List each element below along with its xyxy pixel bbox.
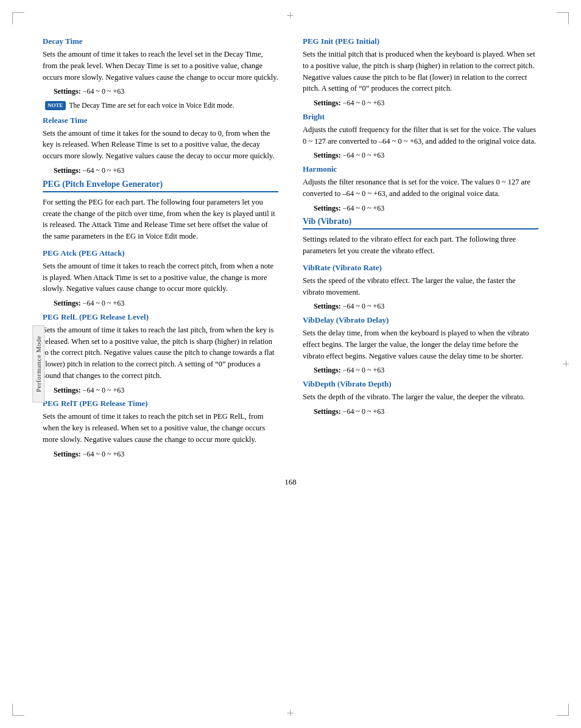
harmonic-body: Adjusts the filter resonance that is set… bbox=[303, 177, 538, 200]
note-icon: NOTE bbox=[45, 101, 66, 110]
left-column: Decay Time Sets the amount of time it ta… bbox=[43, 37, 278, 463]
page-number: 168 bbox=[43, 477, 538, 487]
peg-rell-heading: PEG RelL (PEG Release Level) bbox=[43, 312, 278, 322]
vibdepth-body: Sets the depth of the vibrato. The large… bbox=[303, 391, 538, 403]
section-vibdepth: VibDepth (Vibrato Depth) Sets the depth … bbox=[303, 379, 538, 417]
vibrate-heading: VibRate (Vibrato Rate) bbox=[303, 263, 538, 273]
section-peg-atck: PEG Atck (PEG Attack) Sets the amount of… bbox=[43, 248, 278, 309]
settings-label: Settings: bbox=[314, 151, 341, 159]
corner-bl bbox=[12, 704, 24, 716]
crosshair-right bbox=[563, 364, 569, 365]
section-harmonic: Harmonic Adjusts the filter resonance th… bbox=[303, 164, 538, 217]
right-column: PEG Init (PEG Initial) Sets the initial … bbox=[303, 37, 538, 463]
section-vibdelay: VibDelay (Vibrato Delay) Sets the delay … bbox=[303, 315, 538, 376]
corner-br bbox=[557, 704, 569, 716]
note-text: The Decay Time are set for each voice in… bbox=[69, 100, 234, 111]
vib-group-heading: Vib (Vibrato) bbox=[303, 217, 538, 229]
peg-group: PEG (Pitch Envelope Generator) For setti… bbox=[43, 180, 278, 463]
peg-relt-settings-value: −64 ~ 0 ~ +63 bbox=[83, 450, 125, 458]
vibdepth-settings: Settings: −64 ~ 0 ~ +63 bbox=[314, 407, 538, 417]
settings-label: Settings: bbox=[54, 450, 81, 458]
section-bright: Bright Adjusts the cutoff frequency for … bbox=[303, 112, 538, 164]
settings-label: Settings: bbox=[54, 166, 81, 175]
peg-atck-settings-value: −64 ~ 0 ~ +63 bbox=[83, 299, 125, 307]
section-peg-rell: PEG RelL (PEG Release Level) Sets the am… bbox=[43, 312, 278, 396]
peg-atck-settings: Settings: −64 ~ 0 ~ +63 bbox=[54, 298, 278, 309]
settings-label: Settings: bbox=[54, 87, 81, 96]
page: Performance Mode Decay Time Sets the amo… bbox=[0, 0, 581, 728]
peg-rell-settings-value: −64 ~ 0 ~ +63 bbox=[83, 386, 125, 394]
peg-group-heading: PEG (Pitch Envelope Generator) bbox=[43, 180, 278, 192]
peg-relt-body: Sets the amount of time it takes to reac… bbox=[43, 411, 278, 445]
release-time-settings: Settings: −64 ~ 0 ~ +63 bbox=[54, 166, 278, 176]
peg-atck-body: Sets the amount of time it takes to reac… bbox=[43, 261, 278, 295]
side-tab: Performance Mode bbox=[32, 326, 44, 403]
decay-time-heading: Decay Time bbox=[43, 37, 278, 46]
peg-rell-settings: Settings: −64 ~ 0 ~ +63 bbox=[54, 385, 278, 396]
bright-heading: Bright bbox=[303, 112, 538, 122]
vib-group: Vib (Vibrato) Settings related to the vi… bbox=[303, 217, 538, 420]
decay-time-note: NOTE The Decay Time are set for each voi… bbox=[45, 100, 278, 111]
vibrate-body: Sets the speed of the vibrato effect. Th… bbox=[303, 275, 538, 298]
vibdepth-heading: VibDepth (Vibrato Depth) bbox=[303, 379, 538, 389]
decay-time-settings-value: −64 ~ 0 ~ +63 bbox=[83, 87, 125, 96]
section-vibrate: VibRate (Vibrato Rate) Sets the speed of… bbox=[303, 263, 538, 312]
bright-settings-value: −64 ~ 0 ~ +63 bbox=[343, 151, 385, 159]
release-time-heading: Release Time bbox=[43, 116, 278, 125]
settings-label: Settings: bbox=[54, 386, 81, 394]
settings-label: Settings: bbox=[314, 204, 341, 212]
vibdelay-body: Sets the delay time, from when the keybo… bbox=[303, 327, 538, 362]
harmonic-settings-value: −64 ~ 0 ~ +63 bbox=[343, 204, 385, 212]
crosshair-bottom bbox=[290, 710, 291, 716]
section-peg-init: PEG Init (PEG Initial) Sets the initial … bbox=[303, 37, 538, 112]
peg-group-intro: For setting the PEG for each part. The f… bbox=[43, 197, 278, 242]
vibrate-settings: Settings: −64 ~ 0 ~ +63 bbox=[314, 301, 538, 312]
bright-settings: Settings: −64 ~ 0 ~ +63 bbox=[314, 150, 538, 161]
vibrate-settings-value: −64 ~ 0 ~ +63 bbox=[343, 302, 385, 310]
crosshair-top bbox=[290, 12, 291, 18]
corner-tr bbox=[557, 12, 569, 24]
harmonic-settings: Settings: −64 ~ 0 ~ +63 bbox=[314, 203, 538, 214]
peg-relt-heading: PEG RelT (PEG Release Time) bbox=[43, 399, 278, 408]
peg-relt-settings: Settings: −64 ~ 0 ~ +63 bbox=[54, 449, 278, 460]
peg-init-settings-value: −64 ~ 0 ~ +63 bbox=[343, 99, 385, 107]
vibdelay-settings: Settings: −64 ~ 0 ~ +63 bbox=[314, 365, 538, 376]
section-peg-relt: PEG RelT (PEG Release Time) Sets the amo… bbox=[43, 399, 278, 459]
vib-group-intro: Settings related to the vibrato effect f… bbox=[303, 234, 538, 257]
section-release-time: Release Time Sets the amount of time it … bbox=[43, 116, 278, 180]
peg-init-body: Sets the initial pitch that is produced … bbox=[303, 49, 538, 94]
peg-rell-body: Sets the amount of time it takes to reac… bbox=[43, 324, 278, 382]
harmonic-heading: Harmonic bbox=[303, 164, 538, 174]
release-time-body: Sets the amount of time it takes for the… bbox=[43, 128, 278, 162]
release-time-settings-value: −64 ~ 0 ~ +63 bbox=[83, 166, 125, 175]
vibdelay-heading: VibDelay (Vibrato Delay) bbox=[303, 315, 538, 325]
corner-tl bbox=[12, 12, 24, 24]
two-column-layout: Decay Time Sets the amount of time it ta… bbox=[43, 37, 538, 463]
bright-body: Adjusts the cutoff frequency for the fil… bbox=[303, 124, 538, 147]
vibdepth-settings-value: −64 ~ 0 ~ +63 bbox=[343, 407, 385, 416]
peg-init-heading: PEG Init (PEG Initial) bbox=[303, 37, 538, 46]
settings-label: Settings: bbox=[314, 99, 341, 107]
decay-time-settings: Settings: −64 ~ 0 ~ +63 bbox=[54, 86, 278, 97]
settings-label: Settings: bbox=[314, 407, 341, 416]
section-decay-time: Decay Time Sets the amount of time it ta… bbox=[43, 37, 278, 116]
settings-label: Settings: bbox=[314, 302, 341, 310]
settings-label: Settings: bbox=[314, 366, 341, 374]
decay-time-body: Sets the amount of time it takes to reac… bbox=[43, 49, 278, 83]
vibdelay-settings-value: −64 ~ 0 ~ +63 bbox=[343, 366, 385, 374]
settings-label: Settings: bbox=[54, 299, 81, 307]
peg-init-settings: Settings: −64 ~ 0 ~ +63 bbox=[314, 98, 538, 108]
peg-atck-heading: PEG Atck (PEG Attack) bbox=[43, 248, 278, 258]
